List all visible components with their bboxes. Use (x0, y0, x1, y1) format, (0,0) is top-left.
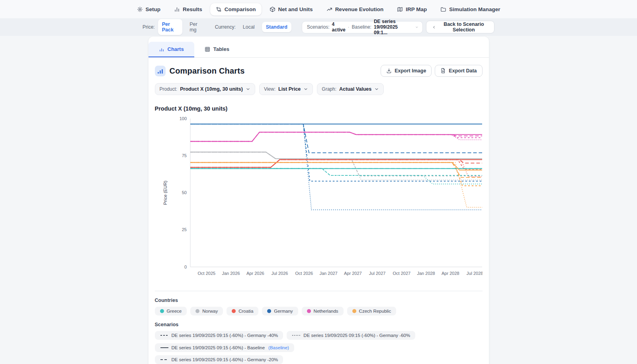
graph-label: Graph: (322, 86, 336, 92)
country-label: Netherlands (314, 309, 338, 313)
series-line (190, 132, 482, 141)
country-label: Croatia (238, 309, 253, 313)
chart-header: Comparison Charts Export Image Export Da… (155, 65, 483, 77)
legend-scenario-germany-minus-60[interactable]: DE series 19/09/2025 09:15 (-60%) - Germ… (287, 331, 415, 340)
nav-label: Net and Units (278, 6, 313, 12)
legend-country-czech-republic[interactable]: Czech Republic (347, 307, 397, 315)
charts-tab-icon (159, 47, 164, 52)
x-tick-label: Jan 2027 (319, 271, 337, 276)
countries-legend: Greece Norway Croatia Germany Netherland… (155, 307, 483, 315)
nav-item-revenue-evolution[interactable]: Revenue Evolution (321, 3, 389, 16)
legend-country-norway[interactable]: Norway (190, 307, 223, 315)
y-tick-label: 50 (182, 190, 186, 195)
nav-label: IRP Map (406, 6, 427, 12)
nav-item-results[interactable]: Results (168, 3, 208, 16)
tab-label: Charts (168, 46, 184, 52)
map-icon (397, 6, 403, 12)
countries-heading: Countries (155, 298, 483, 303)
file-icon (440, 68, 446, 74)
chevron-down-icon (374, 87, 379, 91)
scenario-label: DE series 19/09/2025 09:15 (-60%) - Germ… (172, 333, 278, 338)
x-tick-label: Apr 2027 (344, 271, 362, 276)
back-button-label: Back to Scenario Selection (439, 21, 488, 33)
scenario-label: DE series 19/09/2025 09:15 (-60%) - Germ… (172, 357, 278, 362)
graph-select[interactable]: Graph: Actual Values (317, 83, 384, 95)
price-option-per-pack[interactable]: Per Pack (158, 19, 182, 35)
scenario-baseline-select[interactable]: Scenarios: 4 active · Baseline: DE serie… (302, 21, 423, 33)
scenarios-legend: DE series 19/09/2025 09:15 (-60%) - Germ… (155, 331, 483, 364)
line-style-swatch (160, 358, 169, 362)
series-line (190, 152, 482, 180)
series-line (190, 124, 482, 210)
line-style-swatch (160, 346, 169, 350)
scenarios-value: 4 active (332, 21, 346, 33)
nav-item-irp-map[interactable]: IRP Map (391, 3, 432, 16)
view-value: List Price (278, 86, 301, 92)
gear-icon (137, 6, 143, 12)
series-line (190, 132, 482, 141)
price-option-per-mg[interactable]: Per mg (186, 19, 206, 35)
series-line (190, 152, 482, 176)
nav-item-setup[interactable]: Setup (131, 3, 166, 16)
country-color-dot (267, 309, 271, 313)
scenarios-heading: Scenarios (155, 322, 483, 327)
currency-option-local[interactable]: Local (239, 22, 259, 32)
x-tick-label: Oct 2025 (197, 271, 215, 276)
y-tick-label: 75 (182, 153, 186, 158)
baseline-label: Baseline: (352, 24, 371, 30)
nav-label: Simulation Manager (449, 6, 500, 12)
legend-country-germany[interactable]: Germany (262, 307, 298, 315)
tab-tables[interactable]: Tables (194, 42, 240, 57)
country-label: Germany (274, 309, 293, 313)
folder-icon (440, 6, 446, 12)
scenario-label: DE series 19/09/2025 09:15 (-60%) - Base… (172, 345, 265, 350)
export-image-button[interactable]: Export Image (381, 65, 432, 77)
export-data-button[interactable]: Export Data (435, 65, 482, 77)
series-line (190, 160, 482, 169)
back-to-scenario-selection-button[interactable]: Back to Scenario Selection (426, 21, 494, 33)
scenarios-label: Scenarios: (307, 24, 330, 30)
legend-country-greece[interactable]: Greece (155, 307, 187, 315)
x-tick-label: Jul 2028 (466, 271, 482, 276)
series-line (190, 169, 482, 184)
chart-title: Product X (10mg, 30 units) (155, 105, 483, 112)
chart-filters: Product: Product X (10mg, 30 units) View… (155, 83, 483, 95)
chevron-left-icon (432, 25, 436, 30)
country-color-dot (352, 309, 356, 313)
legend-scenario-baseline[interactable]: DE series 19/09/2025 09:15 (-60%) - Base… (155, 343, 294, 352)
nav-item-simulation-manager[interactable]: Simulation Manager (435, 3, 506, 16)
legend-scenario-germany-minus-40[interactable]: DE series 19/09/2025 09:15 (-60%) - Germ… (155, 331, 283, 340)
y-tick-label: 100 (179, 116, 186, 121)
country-label: Czech Republic (359, 309, 391, 313)
chevron-down-icon (415, 25, 418, 30)
nav-item-net-and-units[interactable]: Net and Units (264, 3, 318, 16)
country-color-dot (160, 309, 164, 313)
compare-icon (216, 6, 222, 12)
tab-charts[interactable]: Charts (149, 42, 194, 57)
x-tick-label: Jul 2026 (271, 271, 288, 276)
legend-country-croatia[interactable]: Croatia (227, 307, 258, 315)
page-title: Comparison Charts (170, 66, 245, 76)
product-select[interactable]: Product: Product X (10mg, 30 units) (155, 83, 255, 95)
nav-label: Comparison (225, 6, 256, 12)
price-chart: 0255075100Price (EUR)Oct 2025Jan 2026Apr… (155, 113, 483, 282)
x-tick-label: Oct 2026 (295, 271, 313, 276)
currency-option-standard[interactable]: Standard (262, 22, 291, 32)
view-select[interactable]: View: List Price (259, 83, 313, 95)
nav-label: Revenue Evolution (335, 6, 384, 12)
y-axis-label: Price (EUR) (163, 181, 168, 205)
legend-scenario-germany-minus-20[interactable]: DE series 19/09/2025 09:15 (-60%) - Germ… (155, 355, 283, 364)
nav-item-comparison[interactable]: Comparison (210, 3, 262, 16)
separator: · (348, 24, 350, 30)
series-line (190, 124, 482, 153)
divider (155, 291, 483, 291)
country-label: Norway (202, 309, 218, 313)
top-nav: Setup Results Comparison Net and Units R… (0, 0, 637, 18)
download-icon (386, 68, 392, 74)
series-line (190, 160, 482, 167)
country-color-dot (195, 309, 199, 313)
settings-toolbar: Price: Per Pack Per mg Currency: Local S… (0, 18, 637, 36)
product-value: Product X (10mg, 30 units) (180, 86, 243, 92)
legend-country-netherlands[interactable]: Netherlands (302, 307, 344, 315)
scenario-label: DE series 19/09/2025 09:15 (-60%) - Germ… (303, 333, 410, 338)
